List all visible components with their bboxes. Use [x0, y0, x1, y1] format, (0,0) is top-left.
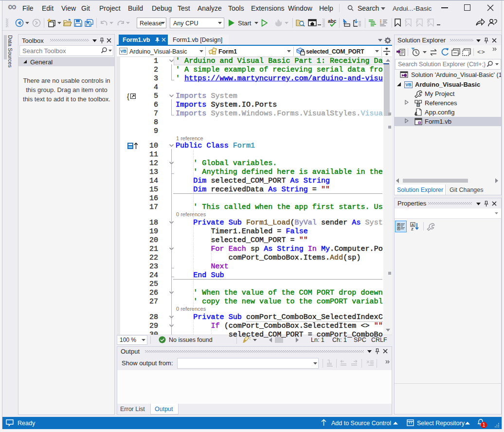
svg-text:A: A: [412, 223, 414, 227]
svg-text:abc: abc: [328, 19, 337, 24]
svg-text:Z: Z: [411, 227, 414, 231]
